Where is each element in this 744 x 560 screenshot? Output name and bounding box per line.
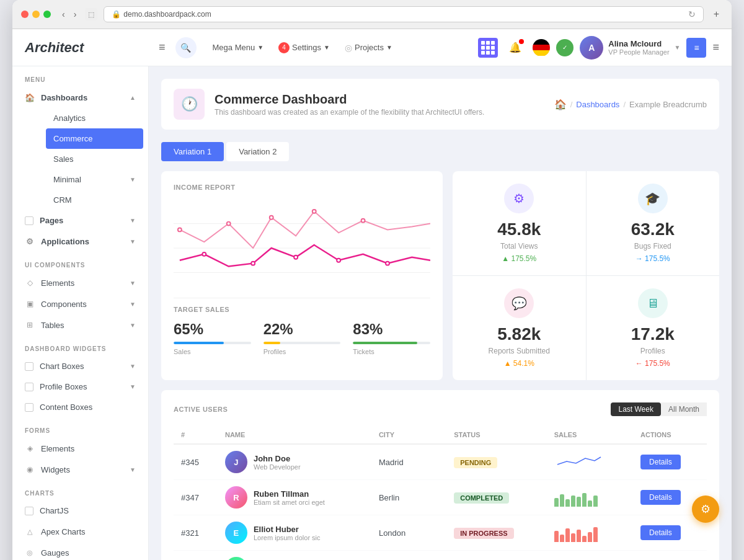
sidebar-item-elements[interactable]: ◇ Elements ▼ bbox=[12, 272, 148, 293]
sidebar-item-widgets[interactable]: ◉ Widgets ▼ bbox=[12, 459, 148, 480]
settings-label: Settings bbox=[292, 43, 321, 52]
navbar: Architect ≡ 🔍 Mega Menu ▼ 4 Settings ▼ ◎… bbox=[12, 29, 732, 66]
chart-boxes-chevron: ▼ bbox=[130, 363, 136, 370]
svg-point-10 bbox=[294, 256, 298, 259]
elliot-status: IN PROGRESS bbox=[454, 528, 513, 539]
row-1-status: PENDING bbox=[446, 444, 546, 480]
sidebar-item-minimal[interactable]: Minimal ▼ bbox=[41, 169, 148, 190]
back-button[interactable]: ‹ bbox=[60, 8, 68, 20]
sidebar-item-content-boxes[interactable]: Content Boxes bbox=[12, 397, 148, 417]
variation-2-tab[interactable]: Variation 2 bbox=[226, 142, 289, 161]
projects-button[interactable]: ◎ Projects ▼ bbox=[339, 39, 399, 56]
forward-button[interactable]: › bbox=[71, 8, 79, 20]
sidebar-item-commerce[interactable]: Commerce bbox=[46, 128, 143, 149]
content-boxes-label: Content Boxes bbox=[40, 402, 92, 412]
crm-label: CRM bbox=[53, 195, 72, 205]
row-3-status: IN PROGRESS bbox=[446, 515, 546, 551]
notifications-button[interactable]: 🔔 bbox=[504, 37, 526, 59]
row-4-status: ON HOLD bbox=[446, 551, 546, 561]
user-chevron: ▼ bbox=[675, 44, 681, 51]
income-report-title: INCOME REPORT bbox=[174, 184, 430, 191]
sidebar-item-analytics[interactable]: Analytics bbox=[41, 108, 148, 128]
sales-progress bbox=[174, 342, 251, 344]
bugs-fixed-trend: → 175.5% bbox=[599, 254, 707, 263]
user-role: VP People Manager bbox=[608, 48, 669, 56]
apex-charts-label: Apex Charts bbox=[41, 527, 86, 536]
apps-grid-button[interactable] bbox=[478, 38, 498, 58]
variation-1-tab[interactable]: Variation 1 bbox=[161, 142, 224, 161]
ruben-details-button[interactable]: Details bbox=[640, 490, 681, 505]
brand-text: Architect bbox=[25, 40, 84, 55]
elliot-name: Elliot Huber bbox=[254, 525, 321, 534]
language-flag[interactable] bbox=[533, 39, 550, 56]
reload-button[interactable]: ↻ bbox=[688, 9, 696, 19]
breadcrumb-home-icon[interactable]: 🏠 bbox=[554, 99, 567, 110]
mega-menu-button[interactable]: Mega Menu ▼ bbox=[206, 39, 270, 56]
sidebar-item-dashboards[interactable]: 🏠 Dashboards ▲ bbox=[12, 87, 148, 108]
sidebar-item-components[interactable]: ▣ Components ▼ bbox=[12, 293, 148, 314]
sidebar-item-sales[interactable]: Sales bbox=[41, 149, 148, 169]
breadcrumb-dashboards[interactable]: Dashboards bbox=[576, 100, 619, 109]
target-sales-title: TARGET SALES bbox=[174, 306, 430, 313]
table-header: # Name City Status Sales Actions bbox=[174, 426, 707, 444]
tickets-percent: 83% bbox=[353, 321, 430, 338]
dashboards-sub: Analytics Commerce Sales Minimal ▼ CRM bbox=[12, 108, 148, 210]
settings-button[interactable]: 4 Settings ▼ bbox=[272, 38, 336, 57]
fab-button[interactable]: ⚙ bbox=[692, 496, 719, 523]
row-1-city: Madrid bbox=[371, 444, 446, 480]
sidebar-item-profile-boxes[interactable]: Profile Boxes ▼ bbox=[12, 376, 148, 397]
svg-point-11 bbox=[337, 259, 340, 262]
dot-red[interactable] bbox=[21, 11, 29, 18]
all-month-button[interactable]: All Month bbox=[661, 402, 707, 416]
user-avatar: A bbox=[580, 36, 603, 60]
elliot-details-button[interactable]: Details bbox=[640, 525, 681, 540]
projects-icon: ◎ bbox=[345, 43, 352, 53]
dot-yellow[interactable] bbox=[32, 11, 40, 18]
sidebar-item-tables[interactable]: ⊞ Tables ▼ bbox=[12, 314, 148, 336]
widgets-section-label: DASHBOARD WIDGETS bbox=[12, 336, 148, 356]
page-subtitle: This dashboard was created as an example… bbox=[215, 108, 484, 117]
applications-chevron: ▼ bbox=[130, 238, 136, 245]
active-users-title: ACTIVE USERS bbox=[174, 406, 228, 413]
analytics-label: Analytics bbox=[53, 113, 86, 123]
browser-window: ‹ › ⬚ 🔒 demo.dashboardpack.com ↻ + Archi… bbox=[12, 0, 732, 560]
col-name: Name bbox=[218, 426, 371, 444]
user-cell-vinnie: V Vinnie Wagstaff UI Designer bbox=[225, 557, 364, 560]
new-tab-button[interactable]: + bbox=[710, 7, 723, 21]
last-week-button[interactable]: Last Week bbox=[611, 402, 660, 416]
dot-green[interactable] bbox=[43, 11, 51, 18]
row-3-id: #321 bbox=[174, 515, 218, 551]
john-details-button[interactable]: Details bbox=[640, 455, 681, 469]
sidebar-item-chartjs[interactable]: ChartJS bbox=[12, 500, 148, 521]
browser-chrome: ‹ › ⬚ 🔒 demo.dashboardpack.com ↻ + bbox=[12, 0, 732, 29]
stat-bugs-fixed: 🎓 63.2k Bugs Fixed → 175.5% bbox=[587, 171, 720, 275]
ruben-status: COMPLETED bbox=[454, 492, 509, 504]
mega-menu-label: Mega Menu bbox=[213, 43, 255, 52]
hamburger-button[interactable]: ≡ bbox=[159, 41, 166, 54]
john-status: PENDING bbox=[454, 457, 497, 468]
commerce-label: Commerce bbox=[53, 134, 93, 143]
variation-tabs: Variation 1 Variation 2 bbox=[161, 142, 719, 161]
sidebar-item-form-elements[interactable]: ◈ Elements bbox=[12, 438, 148, 459]
browser-dots bbox=[21, 11, 51, 18]
nav-items: Mega Menu ▼ 4 Settings ▼ ◎ Projects ▼ bbox=[206, 38, 469, 57]
svg-point-7 bbox=[361, 219, 365, 223]
dashboard-grid: INCOME REPORT bbox=[161, 171, 719, 380]
chart-boxes-icon bbox=[25, 362, 33, 371]
more-menu-button[interactable]: ≡ bbox=[712, 41, 719, 54]
sidebar-toggle-button[interactable]: ≡ bbox=[686, 38, 706, 58]
mega-menu-chevron: ▼ bbox=[257, 44, 264, 51]
sidebar-item-chart-boxes[interactable]: Chart Boxes ▼ bbox=[12, 356, 148, 376]
active-users-table: # Name City Status Sales Actions bbox=[174, 426, 707, 560]
user-profile-button[interactable]: A Alina Mclourd VP People Manager ▼ bbox=[580, 36, 680, 60]
sidebar-item-apex-charts[interactable]: △ Apex Charts bbox=[12, 521, 148, 542]
sidebar-item-pages[interactable]: Pages ▼ bbox=[12, 210, 148, 231]
address-bar[interactable]: 🔒 demo.dashboardpack.com ↻ bbox=[104, 6, 703, 22]
svg-point-12 bbox=[386, 262, 389, 265]
elliot-sales-chart bbox=[554, 523, 626, 542]
sidebar-item-crm[interactable]: CRM bbox=[41, 190, 148, 210]
sidebar-item-applications[interactable]: ⚙ Applications ▼ bbox=[12, 231, 148, 252]
profiles-fill bbox=[264, 342, 280, 344]
sidebar-item-gauges[interactable]: ◎ Gauges bbox=[12, 542, 148, 560]
search-button[interactable]: 🔍 bbox=[175, 37, 197, 58]
